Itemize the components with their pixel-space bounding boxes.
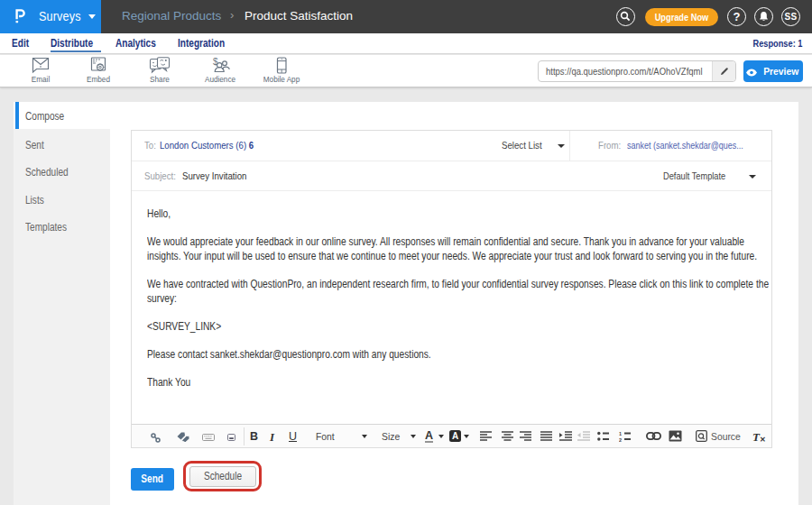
svg-text:1: 1 [619,431,622,436]
svg-text:2: 2 [619,437,622,443]
